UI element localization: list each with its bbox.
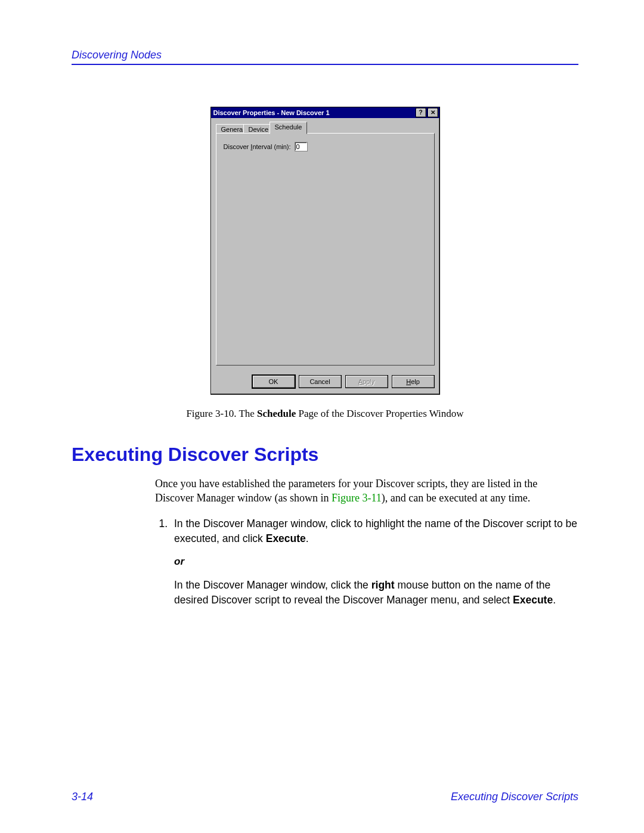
step-list: In the Discover Manager window, click to…: [155, 516, 578, 608]
tab-schedule[interactable]: Schedule: [270, 122, 308, 134]
figure-xref[interactable]: Figure 3-11: [332, 492, 382, 504]
interval-input[interactable]: [295, 142, 308, 151]
tab-panel-schedule: Discover Interval (min):: [216, 133, 435, 366]
apply-button[interactable]: Apply: [345, 375, 388, 388]
ok-button[interactable]: OK: [252, 375, 295, 388]
close-icon[interactable]: ✕: [428, 108, 438, 117]
dialog-titlebar: Discover Properties - New Discover 1 ? ✕: [211, 107, 439, 118]
or-separator: or: [174, 555, 578, 569]
page-number: 3-14: [72, 791, 93, 803]
help-button[interactable]: Help: [392, 375, 435, 388]
running-header: Discovering Nodes: [72, 49, 578, 61]
tab-strip: General Device Schedule: [216, 122, 435, 134]
step-1: In the Discover Manager window, click to…: [171, 516, 578, 608]
cancel-button[interactable]: Cancel: [299, 375, 342, 388]
dialog-title: Discover Properties - New Discover 1: [213, 109, 414, 116]
header-rule: [72, 64, 578, 65]
intro-paragraph: Once you have established the parameters…: [155, 476, 578, 506]
interval-label: Discover Interval (min):: [224, 143, 291, 150]
footer-section-name: Executing Discover Scripts: [451, 791, 578, 803]
section-heading: Executing Discover Scripts: [72, 444, 578, 466]
help-icon[interactable]: ?: [416, 108, 426, 117]
dialog-screenshot: Discover Properties - New Discover 1 ? ✕…: [210, 107, 440, 395]
step-1-alt: In the Discover Manager window, click th…: [174, 578, 578, 608]
figure-caption: Figure 3-10. The Schedule Page of the Di…: [72, 408, 578, 420]
